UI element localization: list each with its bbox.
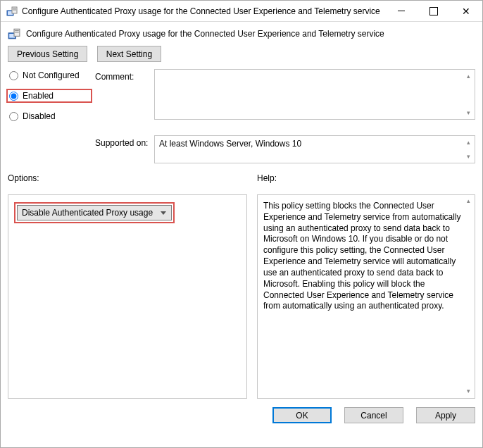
header-title: Configure Authenticated Proxy usage for … [26,29,384,39]
help-column: Help: This policy setting blocks the Con… [257,173,475,399]
help-panel: This policy setting blocks the Connected… [257,194,475,399]
close-button[interactable]: ✕ [450,1,482,22]
window-title: Configure Authenticated Proxy usage for … [22,6,385,16]
nav-row: Previous Setting Next Setting [1,44,482,69]
scroll-down-icon[interactable]: ▾ [463,387,473,397]
radio-enabled-label: Enabled [23,91,54,101]
scroll-up-icon[interactable]: ▴ [463,197,473,206]
previous-setting-button[interactable]: Previous Setting [8,46,87,62]
lower-panels: Options: Disable Authenticated Proxy usa… [1,163,482,399]
scroll-up-icon[interactable]: ▴ [463,71,473,81]
cancel-button[interactable]: Cancel [344,407,403,423]
radio-disabled-label: Disabled [23,111,56,121]
radio-disabled[interactable]: Disabled [8,111,92,121]
radio-not-configured[interactable]: Not Configured [8,70,92,80]
apply-button[interactable]: Apply [416,407,475,423]
supported-text: At least Windows Server, Windows 10 [159,139,301,149]
ok-button[interactable]: OK [272,407,332,423]
proxy-usage-selected: Disable Authenticated Proxy usage [22,208,153,218]
scroll-down-icon[interactable]: ▾ [463,108,473,118]
help-text: This policy setting blocks the Connected… [263,201,461,311]
state-radios: Not Configured Enabled Disabled [8,69,92,130]
footer-buttons: OK Cancel Apply [1,399,482,430]
radio-not-configured-input[interactable] [9,71,18,80]
radio-not-configured-label: Not Configured [23,70,80,80]
proxy-usage-dropdown[interactable]: Disable Authenticated Proxy usage [17,205,172,220]
header: Configure Authenticated Proxy usage for … [1,22,482,44]
policy-icon [8,27,20,40]
policy-icon [6,6,18,17]
radio-disabled-input[interactable] [9,112,18,121]
scroll-down-icon[interactable]: ▾ [463,151,473,161]
help-label: Help: [257,173,475,183]
supported-textarea: At least Windows Server, Windows 10 ▴ ▾ [154,135,475,163]
comment-textarea[interactable]: ▴ ▾ [154,69,475,120]
radio-enabled-input[interactable] [9,92,18,101]
settings-grid: Not Configured Enabled Disabled Comment:… [1,69,482,163]
options-panel: Disable Authenticated Proxy usage [8,194,247,399]
options-label: Options: [8,173,247,183]
comment-label: Comment: [95,69,151,82]
title-bar: Configure Authenticated Proxy usage for … [1,1,482,22]
supported-label: Supported on: [95,130,151,148]
next-setting-button[interactable]: Next Setting [97,46,161,62]
maximize-button[interactable] [418,1,450,22]
window-controls: ✕ [385,1,482,22]
options-dropdown-highlight: Disable Authenticated Proxy usage [14,202,175,223]
scroll-up-icon[interactable]: ▴ [463,137,473,147]
radio-enabled[interactable]: Enabled [6,89,92,103]
minimize-button[interactable] [385,1,418,22]
options-column: Options: Disable Authenticated Proxy usa… [8,173,247,399]
